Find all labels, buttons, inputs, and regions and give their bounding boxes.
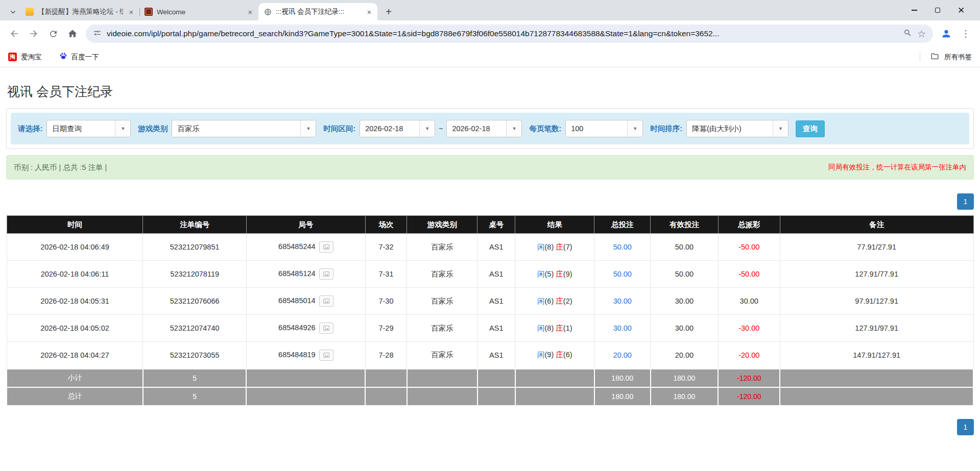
- subtotal-row-total-bet: 180.00: [594, 369, 651, 387]
- cell-total-bet: 50.00: [594, 261, 651, 288]
- result-player: 闲: [537, 324, 545, 332]
- notice-text: 同局有效投注，统一计算在该局第一张注单内: [828, 163, 966, 172]
- browser-toolbar: videoie.com/ipl/portal.php/game/betrecor…: [0, 20, 980, 47]
- home-icon[interactable]: [63, 24, 82, 43]
- column-header-2: 局号: [246, 216, 365, 234]
- payout-value: -50.00: [738, 243, 759, 251]
- bookmark-baidu[interactable]: 百度一下: [59, 52, 99, 62]
- cell-bet-id: 523212079851: [143, 234, 247, 261]
- total-bet-link[interactable]: 30.00: [613, 297, 632, 305]
- chevron-down-icon[interactable]: ▼: [627, 120, 642, 137]
- tab-welcome[interactable]: Welcome ×: [139, 3, 258, 20]
- table-row: 2026-02-18 04:04:27523212073055685484819…: [7, 342, 973, 369]
- cell-game-type: 百家乐: [407, 261, 477, 288]
- time-sort-select[interactable]: 降冪(由大到小) ▼: [686, 120, 788, 137]
- payout-value: -50.00: [738, 270, 759, 278]
- address-bar[interactable]: videoie.com/ipl/portal.php/game/betrecor…: [86, 24, 933, 43]
- cell-payout: -30.00: [718, 315, 780, 342]
- cell-time: 2026-02-18 04:04:27: [7, 342, 143, 369]
- profile-avatar-icon[interactable]: [937, 24, 955, 43]
- bet-record-table: 时间注单编号局号场次游戏类别桌号结果总投注有效投注总派彩备注 2026-02-1…: [6, 215, 974, 406]
- round-replay-button[interactable]: [319, 241, 333, 253]
- cell-total-bet: 20.00: [594, 342, 651, 369]
- subtotal-row-count: 5: [143, 369, 247, 387]
- round-replay-button[interactable]: [319, 350, 333, 361]
- total-row-empty: [477, 387, 515, 406]
- chevron-down-icon[interactable]: ▼: [506, 120, 521, 137]
- round-replay-button[interactable]: [319, 323, 333, 334]
- round-replay-button[interactable]: [319, 268, 333, 280]
- column-header-10: 备注: [780, 216, 973, 234]
- cell-result: 闲(8) 庄(1): [515, 315, 594, 342]
- tab-strip: 【新提醒】海燕策略论坛 - 综合 × Welcome × :::视讯 会员下注纪…: [0, 0, 980, 20]
- close-button[interactable]: ✕: [949, 0, 973, 20]
- page-1-button[interactable]: 1: [957, 419, 974, 435]
- cell-bet-id: 523212073055: [143, 342, 247, 369]
- tab-close-icon[interactable]: ×: [365, 8, 373, 16]
- chevron-down-icon[interactable]: ▼: [773, 120, 788, 137]
- round-id-text: 685484926: [278, 324, 316, 332]
- tab-close-icon[interactable]: ×: [127, 8, 135, 16]
- page-size-label: 每页笔数:: [529, 124, 561, 134]
- cell-payout: -50.00: [718, 234, 780, 261]
- game-category-select[interactable]: 百家乐 ▼: [172, 120, 316, 137]
- tab-forum[interactable]: 【新提醒】海燕策略论坛 - 综合 ×: [20, 3, 139, 20]
- site-info-tune-icon[interactable]: [93, 29, 102, 39]
- filter-bar: 请选择: 日期查询 ▼ 游戏类别 百家乐 ▼ 时间区间: 2026-02-18 …: [11, 113, 969, 144]
- total-row-remark: [780, 387, 973, 406]
- back-icon[interactable]: [5, 24, 23, 43]
- cell-payout: -50.00: [718, 261, 780, 288]
- table-row: 2026-02-18 04:06:11523212078119685485124…: [7, 261, 973, 288]
- cell-bet-id: 523212078119: [143, 261, 247, 288]
- round-id-text: 685484819: [278, 351, 316, 359]
- column-header-3: 场次: [365, 216, 407, 234]
- date-to-select[interactable]: 2026-02-18 ▼: [446, 120, 522, 137]
- total-bet-link[interactable]: 20.00: [613, 351, 632, 359]
- subtotal-row-remark: [780, 369, 973, 387]
- column-header-0: 时间: [7, 216, 143, 234]
- page-1-button[interactable]: 1: [957, 193, 974, 210]
- column-header-7: 总投注: [594, 216, 651, 234]
- chevron-down-icon[interactable]: ▼: [419, 120, 435, 137]
- all-bookmarks-label[interactable]: 所有书签: [944, 53, 972, 62]
- maximize-button[interactable]: [926, 0, 949, 20]
- time-range-label: 时间区间:: [323, 124, 355, 134]
- menu-kebab-icon[interactable]: ⋮: [957, 24, 975, 43]
- result-banker: 庄: [556, 243, 563, 251]
- tab-search-chevron-icon[interactable]: [5, 3, 20, 20]
- total-bet-link[interactable]: 50.00: [613, 243, 632, 251]
- subtotal-row: 小计5180.00180.00-120.00: [7, 369, 973, 387]
- cell-table-no: AS1: [477, 288, 515, 315]
- tab-close-icon[interactable]: ×: [246, 8, 254, 16]
- zoom-magnifier-icon[interactable]: [903, 29, 912, 39]
- bookmark-label: 百度一下: [71, 53, 99, 62]
- bookmark-star-icon[interactable]: ☆: [917, 28, 926, 40]
- cell-result: 闲(5) 庄(9): [515, 261, 594, 288]
- cell-total-bet: 30.00: [594, 315, 651, 342]
- tab-bet-record[interactable]: :::视讯 会员下注纪录::: ×: [258, 3, 377, 20]
- query-type-select[interactable]: 日期查询 ▼: [46, 120, 131, 137]
- total-bet-link[interactable]: 50.00: [613, 270, 632, 278]
- chevron-down-icon[interactable]: ▼: [115, 120, 130, 137]
- result-banker: 庄: [556, 297, 563, 305]
- bookmark-taobao[interactable]: 淘 爱淘宝: [8, 53, 42, 62]
- total-row-total-bet: 180.00: [594, 387, 651, 406]
- tab-title: 【新提醒】海燕策略论坛 - 综合: [38, 7, 123, 16]
- url-text[interactable]: videoie.com/ipl/portal.php/game/betrecor…: [107, 29, 898, 38]
- chevron-down-icon[interactable]: ▼: [300, 120, 316, 137]
- cell-remark: 147.91/127.91: [780, 342, 973, 369]
- date-from-select[interactable]: 2026-02-18 ▼: [360, 120, 435, 137]
- total-bet-link[interactable]: 30.00: [613, 324, 632, 332]
- result-banker: 庄: [556, 324, 563, 332]
- round-replay-button[interactable]: [319, 295, 333, 307]
- page-size-select[interactable]: 100 ▼: [565, 120, 643, 137]
- minimize-button[interactable]: [902, 0, 926, 20]
- result-player: 闲: [537, 270, 545, 278]
- folder-icon: [930, 52, 939, 62]
- new-tab-button[interactable]: +: [381, 5, 396, 19]
- search-button[interactable]: 查询: [796, 120, 825, 137]
- page-title: 视讯 会员下注纪录: [7, 83, 973, 100]
- forward-icon[interactable]: [25, 24, 43, 43]
- cell-table-no: AS1: [477, 234, 515, 261]
- reload-icon[interactable]: [44, 24, 62, 43]
